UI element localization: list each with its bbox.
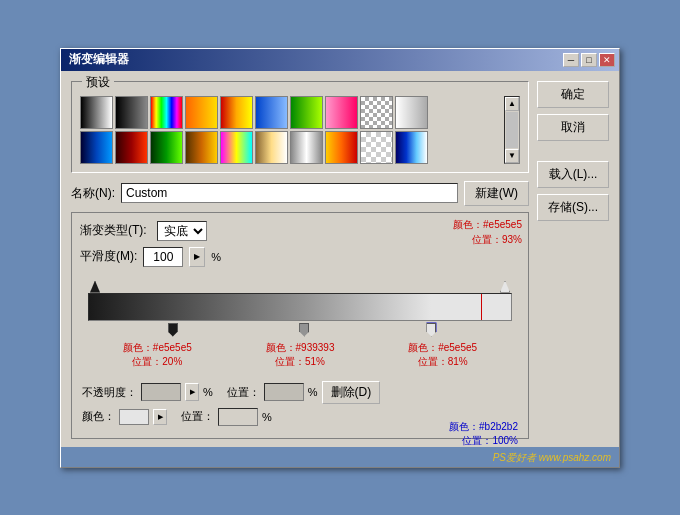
preset-swatches xyxy=(80,96,502,164)
stop-label-20: 颜色：#e5e5e5 位置：20% xyxy=(123,341,192,369)
swatch-1[interactable] xyxy=(80,96,113,129)
swatch-13[interactable] xyxy=(150,131,183,164)
watermark-bar: PS爱好者 www.psahz.com xyxy=(61,447,619,467)
bottom-controls: 不透明度： ▶ % 位置： % 删除(D) 颜色： ▶ 位置： xyxy=(80,377,520,430)
opacity-stop-right[interactable] xyxy=(500,281,510,293)
blue-position-label: 位置：100% xyxy=(449,434,518,448)
smooth-stepper[interactable]: ▶ xyxy=(189,247,205,267)
swatch-16[interactable] xyxy=(255,131,288,164)
gradient-editor-window: 渐变编辑器 ─ □ ✕ 预设 xyxy=(60,48,620,468)
opacity-row: 不透明度： ▶ % 位置： % 删除(D) xyxy=(82,381,518,404)
name-input[interactable] xyxy=(121,183,458,203)
color-position-pct: % xyxy=(262,411,272,423)
swatch-10[interactable] xyxy=(395,96,428,129)
swatch-15[interactable] xyxy=(220,131,253,164)
save-button[interactable]: 存储(S)... xyxy=(537,194,609,221)
color-stop-20[interactable] xyxy=(168,323,178,337)
swatch-4[interactable] xyxy=(185,96,218,129)
smooth-input[interactable] xyxy=(143,247,183,267)
maximize-button[interactable]: □ xyxy=(581,53,597,67)
swatch-5[interactable] xyxy=(220,96,253,129)
type-label: 渐变类型(T): xyxy=(80,222,147,239)
stop-label-51: 颜色：#939393 位置：51% xyxy=(266,341,335,369)
smooth-row: 平滑度(M): ▶ % xyxy=(80,247,520,267)
confirm-button[interactable]: 确定 xyxy=(537,81,609,108)
color-label: 颜色： xyxy=(82,409,115,424)
watermark: PS爱好者 www.psahz.com xyxy=(493,451,611,465)
titlebar: 渐变编辑器 ─ □ ✕ xyxy=(61,49,619,71)
window-body: 预设 xyxy=(61,71,619,455)
swatch-9[interactable] xyxy=(360,96,393,129)
preset-label: 预设 xyxy=(82,74,114,91)
swatch-19[interactable] xyxy=(360,131,393,164)
titlebar-buttons: ─ □ ✕ xyxy=(563,53,615,67)
right-color-label: 颜色：#e5e5e5 xyxy=(453,217,522,232)
cancel-button[interactable]: 取消 xyxy=(537,114,609,141)
delete-button[interactable]: 删除(D) xyxy=(322,381,381,404)
load-button[interactable]: 载入(L)... xyxy=(537,161,609,188)
preset-grid: ▲ ▼ xyxy=(80,96,520,164)
side-buttons: 确定 取消 载入(L)... 存储(S)... xyxy=(537,81,609,445)
new-button[interactable]: 新建(W) xyxy=(464,181,529,206)
swatch-17[interactable] xyxy=(290,131,323,164)
main-area: 预设 xyxy=(71,81,529,445)
color-stop-81[interactable] xyxy=(426,323,436,337)
opacity-stepper[interactable]: ▶ xyxy=(185,383,199,401)
gradient-outer: 颜色：#e5e5e5 位置：20% 颜色：#939393 位置：51% 颜色：#… xyxy=(80,277,520,369)
scroll-up-button[interactable]: ▲ xyxy=(505,97,519,111)
blue-color-label: 颜色：#b2b2b2 xyxy=(449,420,518,434)
type-select[interactable]: 实底 xyxy=(157,221,207,241)
opacity-stops-row xyxy=(88,277,512,293)
swatch-12[interactable] xyxy=(115,131,148,164)
color-row: 颜色： ▶ 位置： % 颜色：#b2b2b2 位置：100% xyxy=(82,408,518,426)
position-label1: 位置： xyxy=(227,385,260,400)
color-position-label: 位置： xyxy=(181,409,214,424)
color-position-input[interactable] xyxy=(218,408,258,426)
swatch-11[interactable] xyxy=(80,131,113,164)
color-stop-51[interactable] xyxy=(299,323,309,337)
swatch-8[interactable] xyxy=(325,96,358,129)
swatch-7[interactable] xyxy=(290,96,323,129)
position-line xyxy=(481,294,482,320)
swatch-2[interactable] xyxy=(115,96,148,129)
opacity-stop-left[interactable] xyxy=(90,281,100,293)
close-button[interactable]: ✕ xyxy=(599,53,615,67)
minimize-button[interactable]: ─ xyxy=(563,53,579,67)
color-stops-row xyxy=(88,321,512,339)
stop-labels: 颜色：#e5e5e5 位置：20% 颜色：#939393 位置：51% 颜色：#… xyxy=(80,341,520,369)
opacity-pct: % xyxy=(203,386,213,398)
swatch-20[interactable] xyxy=(395,131,428,164)
color-picker-btn[interactable]: ▶ xyxy=(153,409,167,425)
scroll-track xyxy=(506,112,518,148)
preset-panel: 预设 xyxy=(71,81,529,173)
swatch-18[interactable] xyxy=(325,131,358,164)
blue-annotation: 颜色：#b2b2b2 位置：100% xyxy=(449,420,518,448)
name-label: 名称(N): xyxy=(71,185,115,202)
opacity-input[interactable] xyxy=(141,383,181,401)
swatch-3[interactable] xyxy=(150,96,183,129)
preset-scrollbar: ▲ ▼ xyxy=(504,96,520,164)
position-input1[interactable] xyxy=(264,383,304,401)
right-annotation: 颜色：#e5e5e5 位置：93% xyxy=(453,217,522,247)
gradient-display[interactable] xyxy=(88,293,512,321)
swatch-14[interactable] xyxy=(185,131,218,164)
opacity-label: 不透明度： xyxy=(82,385,137,400)
scroll-down-button[interactable]: ▼ xyxy=(505,149,519,163)
name-row: 名称(N): 新建(W) xyxy=(71,181,529,206)
stop-label-81: 颜色：#e5e5e5 位置：81% xyxy=(408,341,477,369)
position-pct1: % xyxy=(308,386,318,398)
swatch-6[interactable] xyxy=(255,96,288,129)
right-position-label: 位置：93% xyxy=(453,232,522,247)
window-title: 渐变编辑器 xyxy=(69,51,129,68)
smooth-label: 平滑度(M): xyxy=(80,248,137,265)
smooth-pct: % xyxy=(211,251,221,263)
color-swatch[interactable] xyxy=(119,409,149,425)
